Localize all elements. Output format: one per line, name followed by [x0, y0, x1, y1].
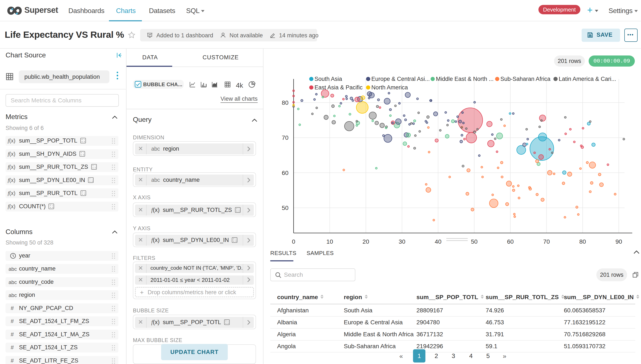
svg-text:70: 70	[543, 238, 550, 245]
svg-text:10: 10	[326, 238, 333, 245]
svg-text:Sub-Saharan Africa: Sub-Saharan Africa	[500, 76, 551, 82]
svg-text:60: 60	[507, 238, 514, 245]
svg-text:40: 40	[435, 238, 442, 245]
svg-text:50: 50	[282, 204, 288, 211]
svg-text:90: 90	[615, 238, 622, 245]
svg-text:20: 20	[363, 238, 369, 245]
svg-text:30: 30	[399, 238, 405, 245]
svg-text:80: 80	[282, 100, 288, 106]
svg-text:Latin America & Cari...: Latin America & Cari...	[559, 76, 616, 82]
svg-text:60: 60	[282, 170, 288, 176]
svg-text:North America: North America	[371, 84, 408, 91]
svg-text:East Asia & Pacific: East Asia & Pacific	[315, 84, 363, 91]
svg-text:Middle East & North ...: Middle East & North ...	[436, 76, 494, 82]
svg-text:50: 50	[471, 238, 478, 245]
svg-text:South Asia: South Asia	[315, 76, 342, 82]
svg-text:Europe & Central Asi...: Europe & Central Asi...	[371, 76, 430, 82]
svg-text:70: 70	[282, 134, 288, 141]
svg-text:80: 80	[579, 238, 586, 245]
svg-text:0: 0	[292, 238, 295, 245]
